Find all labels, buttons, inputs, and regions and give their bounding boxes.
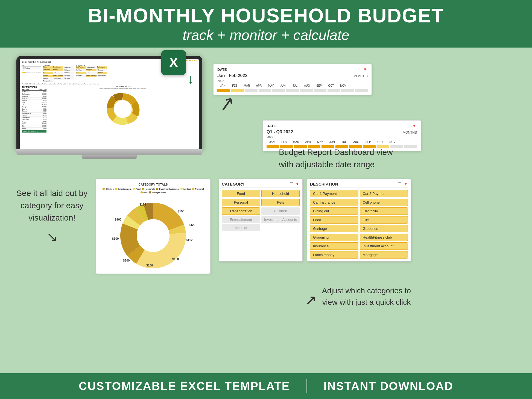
filter-icon-1: 🔻	[362, 67, 368, 72]
description-filter-panel: DESCRIPTION ☰ 🔻 Car 1 Payment Car 2 Paym…	[307, 179, 411, 262]
ss-chart-area: CATEGORY TOTALS Children · Entertainment…	[49, 86, 197, 133]
desc-chip-food[interactable]: Food	[310, 216, 358, 224]
laptop-base	[16, 149, 202, 155]
months-bar-1: JAN FEB MAR APR MAY JUN JUL AUG SEP OCT …	[217, 84, 368, 87]
desc-chip-mortgage[interactable]: Mortgage	[360, 251, 408, 259]
category-chip-household[interactable]: Household	[261, 190, 300, 197]
desc-chip-car2[interactable]: Car 2 Payment	[360, 190, 408, 197]
desc-chip-garbage[interactable]: Garbage	[310, 225, 358, 232]
filter-icon-2: 🔻	[411, 123, 417, 128]
right-adjust-text: Adjust which categories toview with just…	[322, 269, 411, 308]
excel-download-arrow: ↓	[187, 71, 194, 87]
category-chip-entertainment[interactable]: Entertainment	[222, 216, 260, 223]
months-label-2: MONTHS	[403, 131, 417, 134]
filter-panels: CATEGORY ☰ 🔻 Food Household Personal Pet…	[219, 179, 411, 262]
legend-dot-entertainment	[115, 188, 117, 190]
category-chip-investment[interactable]: Investment Accounts	[261, 216, 300, 223]
legend-dot-children	[103, 188, 105, 190]
months-highlight-bar-1	[217, 89, 368, 92]
desc-chip-investment-acct[interactable]: Investment account	[360, 242, 408, 250]
legend-dot-investment	[156, 188, 158, 190]
svg-text:$150: $150	[172, 257, 179, 261]
footer-divider	[306, 379, 307, 393]
desc-chip-insurance[interactable]: Insurance	[310, 242, 358, 250]
desc-filter-funnel-icon[interactable]: 🔻	[403, 182, 408, 186]
page-subtitle: track + monitor + calculate	[0, 27, 532, 43]
arrow-3: ↗	[305, 292, 317, 308]
page-footer: CUSTOMIZABLE EXCEL TEMPLATE INSTANT DOWN…	[0, 373, 532, 399]
category-chip-transportation[interactable]: Transportation	[222, 207, 260, 215]
category-chip-children[interactable]: Children	[261, 207, 300, 215]
laptop-mockup: Semi-monthly home budget BUDGET REPORT D…	[16, 56, 202, 159]
desc-chip-lunch-money[interactable]: Lunch money	[310, 251, 358, 259]
budget-desc-text: Budget Report Dashboard viewwith adjusta…	[273, 146, 410, 171]
donut-chart-svg: $150 $425 $112 $150 $100 $500 $100 $900 …	[101, 196, 205, 270]
desc-chip-healthfitness[interactable]: HealthFitness club	[360, 234, 408, 241]
filter-funnel-icon[interactable]: 🔻	[295, 182, 300, 186]
footer-right-text: INSTANT DOWNLOAD	[324, 380, 454, 393]
date-panel-1: DATE 🔻 Jan - Feb 2022 MONTHS 2022 JAN FE…	[213, 64, 372, 95]
legend-dot-medical	[180, 188, 183, 190]
desc-chip-dining-out[interactable]: Dining out	[310, 207, 358, 215]
category-chip-food[interactable]: Food	[222, 190, 260, 197]
bottom-section: See it all laid out bycategory for easyv…	[16, 179, 516, 308]
top-section: Semi-monthly home budget BUDGET REPORT D…	[16, 56, 516, 171]
ss-instructions: Press Shift+F10 in the Expenditures Pivo…	[22, 83, 197, 85]
description-filter-grid: Car 1 Payment Car 2 Payment Car Insuranc…	[310, 190, 408, 259]
legend-dot-pets	[141, 191, 143, 193]
footer-left-text: CUSTOMIZABLE EXCEL TEMPLATE	[79, 380, 290, 393]
desc-chip-cell-phone[interactable]: Cell phone	[360, 199, 408, 206]
svg-text:$100: $100	[146, 264, 153, 267]
excel-icon: X	[161, 50, 186, 75]
svg-text:$125: $125	[139, 203, 146, 206]
ss-category-filter: CATEGORY Children Entertainment Househol…	[43, 65, 74, 82]
legend-dot-food	[133, 188, 135, 190]
desc-chip-car-insurance[interactable]: Car Insurance	[310, 199, 358, 206]
desc-chip-electricity[interactable]: Electricity	[360, 207, 408, 215]
svg-text:$425: $425	[189, 223, 195, 227]
category-filter-grid: Food Household Personal Pets Transportat…	[222, 190, 300, 231]
ss-bottom-layout: EXPENDITURES Row Labels Sum of AMO Car 1…	[22, 86, 197, 133]
svg-text:$900: $900	[115, 218, 121, 221]
laptop-stand	[82, 155, 137, 159]
donut-svg-container: $150 $425 $112 $150 $100 $500 $100 $900 …	[100, 196, 206, 270]
donut-legend: Children Entertainment Food Household In…	[100, 188, 206, 194]
donut-title: CATEGORY TOTALS	[100, 183, 206, 186]
donut-panel: CATEGORY TOTALS Children Entertainment F…	[96, 179, 211, 274]
legend-dot-transportation	[149, 191, 151, 193]
desc-chip-car1[interactable]: Car 1 Payment	[310, 190, 358, 197]
ss-date-filter: DATE All Periods 2022	[22, 65, 41, 82]
category-chip-pets[interactable]: Pets	[261, 199, 300, 206]
category-chip-medical[interactable]: Medical	[222, 224, 260, 231]
ss-title: Semi-monthly home budget	[22, 61, 51, 63]
legend-dot-personal	[192, 188, 194, 190]
svg-point-16	[137, 219, 169, 252]
months-bar-2: JAN FEB MAR APR MAY JUN JUL AUG SEP OCT …	[267, 140, 417, 143]
category-chip-personal[interactable]: Personal	[222, 199, 260, 206]
description-panel-title: DESCRIPTION	[310, 182, 338, 186]
category-filter-panel: CATEGORY ☰ 🔻 Food Household Personal Pet…	[219, 179, 303, 262]
arrow-2: ↘	[16, 227, 87, 247]
desc-chip-fuel[interactable]: Fuel	[360, 216, 408, 224]
left-category-text: See it all laid out bycategory for easyv…	[16, 179, 87, 247]
svg-point-6	[117, 103, 129, 115]
ss-expenditures-table: EXPENDITURES Row Labels Sum of AMO Car 1…	[22, 86, 46, 133]
category-panel-title: CATEGORY	[222, 182, 244, 186]
page-title: BI-MONTHLY HOUSEHOLD BUDGET	[0, 5, 532, 27]
main-content: Semi-monthly home budget BUDGET REPORT D…	[0, 48, 532, 313]
svg-text:$112: $112	[186, 238, 192, 242]
filter-area: CATEGORY ☰ 🔻 Food Household Personal Pet…	[219, 179, 411, 308]
svg-text:$100: $100	[112, 237, 119, 240]
ss-grand-total: Grand Total $ 10,742.00	[22, 130, 46, 133]
svg-text:$500: $500	[123, 259, 130, 262]
desc-filter-list-icon[interactable]: ☰	[398, 182, 402, 186]
ss-description-filter: DESCRIPTION Car 1 Payment Car 2 Payment …	[76, 65, 107, 82]
desc-chip-groceries[interactable]: Groceries	[360, 225, 408, 232]
date-panels-area: DATE 🔻 Jan - Feb 2022 MONTHS 2022 JAN FE…	[213, 56, 516, 171]
months-label-1: MONTHS	[353, 74, 368, 78]
page-header: BI-MONTHLY HOUSEHOLD BUDGET track + moni…	[0, 0, 532, 48]
svg-text:$150: $150	[178, 210, 184, 213]
legend-dot-household	[142, 188, 144, 190]
desc-chip-grooming[interactable]: Grooming	[310, 234, 358, 241]
filter-list-icon[interactable]: ☰	[290, 182, 293, 186]
